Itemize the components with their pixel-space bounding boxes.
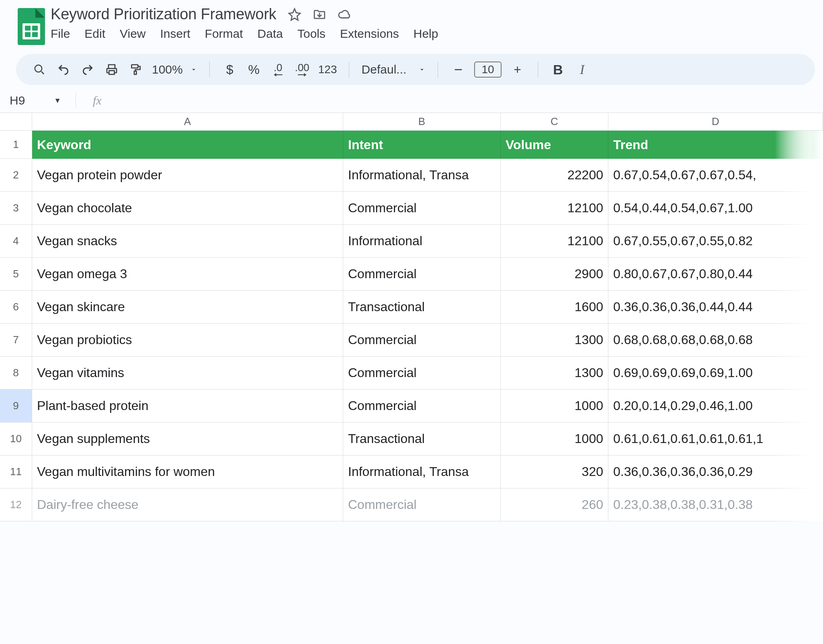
redo-icon[interactable] — [80, 62, 96, 78]
row-header[interactable]: 2 — [0, 159, 32, 192]
cell-keyword[interactable]: Dairy-free cheese — [32, 488, 343, 521]
menu-view[interactable]: View — [120, 27, 145, 41]
document-title[interactable]: Keyword Prioritization Framework — [51, 6, 276, 23]
row-header[interactable]: 7 — [0, 324, 32, 357]
cell-trend[interactable]: 0.68,0.68,0.68,0.68,0.68 — [608, 324, 823, 357]
cell-intent[interactable]: Informational, Transa — [343, 455, 501, 488]
cell-keyword[interactable]: Vegan snacks — [32, 225, 343, 258]
zoom-dropdown[interactable]: 100% — [152, 62, 197, 78]
cell-volume[interactable]: 2900 — [501, 258, 608, 291]
menu-data[interactable]: Data — [258, 27, 283, 41]
row-header[interactable]: 10 — [0, 422, 32, 455]
font-size-increase-button[interactable]: + — [510, 62, 526, 78]
menu-extensions[interactable]: Extensions — [340, 27, 399, 41]
column-header-C[interactable]: C — [501, 113, 608, 131]
cell-volume[interactable]: 1000 — [501, 422, 608, 455]
header-cell-volume[interactable]: Volume — [501, 131, 608, 159]
row-header[interactable]: 5 — [0, 258, 32, 291]
move-to-folder-icon[interactable] — [313, 8, 326, 21]
decrease-decimal-button[interactable]: .0 — [270, 62, 286, 78]
cell-volume[interactable]: 260 — [501, 488, 608, 521]
formula-bar-input[interactable] — [111, 92, 823, 109]
cell-trend[interactable]: 0.36,0.36,0.36,0.44,0.44 — [608, 291, 823, 324]
cell-volume[interactable]: 1000 — [501, 390, 608, 422]
cell-intent[interactable]: Commercial — [343, 324, 501, 357]
name-box[interactable]: H9 ▼ — [10, 94, 66, 107]
cell-keyword[interactable]: Vegan supplements — [32, 422, 343, 455]
header-cell-keyword[interactable]: Keyword — [32, 131, 343, 159]
header-cell-trend[interactable]: Trend — [608, 131, 823, 159]
font-size-input[interactable]: 10 — [474, 62, 501, 78]
cell-intent[interactable]: Transactional — [343, 291, 501, 324]
cell-volume[interactable]: 1600 — [501, 291, 608, 324]
cell-volume[interactable]: 1300 — [501, 357, 608, 390]
cell-intent[interactable]: Commercial — [343, 258, 501, 291]
italic-button[interactable]: I — [574, 62, 590, 78]
cell-keyword[interactable]: Vegan omega 3 — [32, 258, 343, 291]
select-all-corner[interactable] — [0, 113, 32, 131]
cell-keyword[interactable]: Vegan probiotics — [32, 324, 343, 357]
format-percent-button[interactable]: % — [246, 62, 262, 78]
cell-intent[interactable]: Commercial — [343, 192, 501, 225]
cell-intent[interactable]: Commercial — [343, 488, 501, 521]
column-header-A[interactable]: A — [32, 113, 343, 131]
sheets-logo-icon[interactable] — [18, 8, 45, 45]
cell-intent[interactable]: Commercial — [343, 390, 501, 422]
cell-volume[interactable]: 22200 — [501, 159, 608, 192]
cell-trend[interactable]: 0.67,0.54,0.67,0.67,0.54, — [608, 159, 823, 192]
menu-insert[interactable]: Insert — [160, 27, 190, 41]
cell-volume[interactable]: 1300 — [501, 324, 608, 357]
menu-format[interactable]: Format — [205, 27, 243, 41]
menu-help[interactable]: Help — [414, 27, 438, 41]
row-header[interactable]: 4 — [0, 225, 32, 258]
format-currency-button[interactable]: $ — [222, 62, 238, 78]
increase-decimal-button[interactable]: .00 — [294, 62, 310, 78]
cell-trend[interactable]: 0.67,0.55,0.67,0.55,0.82 — [608, 225, 823, 258]
cell-keyword[interactable]: Vegan vitamins — [32, 357, 343, 390]
cell-keyword[interactable]: Vegan protein powder — [32, 159, 343, 192]
row-header[interactable]: 12 — [0, 488, 32, 521]
cell-trend[interactable]: 0.80,0.67,0.67,0.80,0.44 — [608, 258, 823, 291]
header-cell-intent[interactable]: Intent — [343, 131, 501, 159]
menu-tools[interactable]: Tools — [297, 27, 326, 41]
menu-edit[interactable]: Edit — [84, 27, 105, 41]
cell-trend[interactable]: 0.61,0.61,0.61,0.61,0.61,1 — [608, 422, 823, 455]
cell-volume[interactable]: 320 — [501, 455, 608, 488]
search-icon[interactable] — [31, 62, 47, 78]
cell-intent[interactable]: Informational — [343, 225, 501, 258]
column-header-D[interactable]: D — [608, 113, 823, 131]
cell-keyword[interactable]: Plant-based protein — [32, 390, 343, 422]
cell-keyword[interactable]: Vegan chocolate — [32, 192, 343, 225]
row-header[interactable]: 11 — [0, 455, 32, 488]
font-family-dropdown[interactable]: Defaul... — [361, 62, 426, 78]
cell-volume[interactable]: 12100 — [501, 192, 608, 225]
print-icon[interactable] — [104, 62, 120, 78]
cell-trend[interactable]: 0.20,0.14,0.29,0.46,1.00 — [608, 390, 823, 422]
row-header[interactable]: 8 — [0, 357, 32, 390]
cell-keyword[interactable]: Vegan multivitamins for women — [32, 455, 343, 488]
row-header[interactable]: 1 — [0, 131, 32, 159]
more-formats-button[interactable]: 123 — [318, 62, 337, 78]
bold-button[interactable]: B — [550, 62, 566, 78]
font-size-decrease-button[interactable]: − — [450, 62, 466, 78]
cloud-status-icon[interactable] — [338, 8, 351, 21]
row-header[interactable]: 9 — [0, 390, 32, 422]
cell-intent[interactable]: Transactional — [343, 422, 501, 455]
row-header[interactable]: 6 — [0, 291, 32, 324]
cell-trend[interactable]: 0.23,0.38,0.38,0.31,0.38 — [608, 488, 823, 521]
cell-trend[interactable]: 0.54,0.44,0.54,0.67,1.00 — [608, 192, 823, 225]
cell-trend[interactable]: 0.69,0.69,0.69,0.69,1.00 — [608, 357, 823, 390]
menu-file[interactable]: File — [51, 27, 70, 41]
paint-format-icon[interactable] — [128, 62, 144, 78]
undo-icon[interactable] — [55, 62, 72, 78]
star-icon[interactable] — [288, 8, 301, 21]
cell-intent[interactable]: Informational, Transa — [343, 159, 501, 192]
cell-keyword[interactable]: Vegan skincare — [32, 291, 343, 324]
cell-intent[interactable]: Commercial — [343, 357, 501, 390]
svg-rect-1 — [109, 71, 114, 74]
spreadsheet-grid[interactable]: A B C D 1 Keyword Intent Volume Trend 2V… — [0, 113, 823, 521]
cell-trend[interactable]: 0.36,0.36,0.36,0.36,0.29 — [608, 455, 823, 488]
cell-volume[interactable]: 12100 — [501, 225, 608, 258]
column-header-B[interactable]: B — [343, 113, 501, 131]
row-header[interactable]: 3 — [0, 192, 32, 225]
